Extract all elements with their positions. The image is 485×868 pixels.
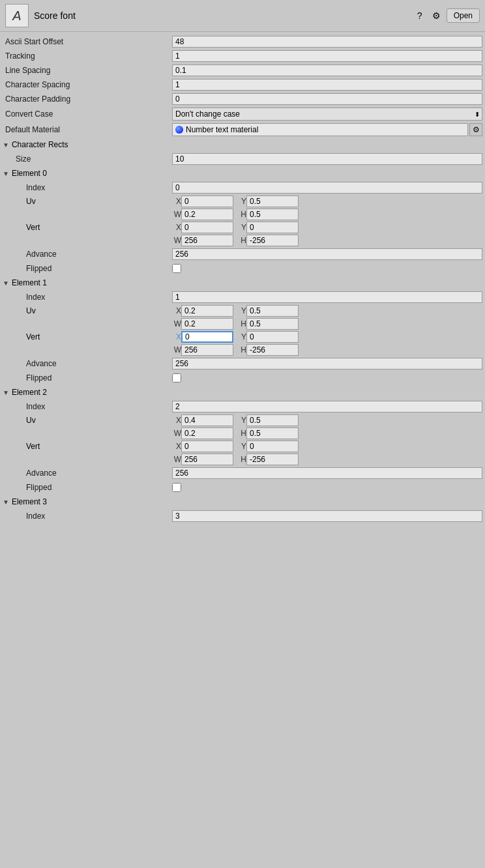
vx-label: X (172, 332, 181, 341)
character-padding-row: Character Padding (0, 92, 485, 106)
element-2-index-input[interactable] (172, 401, 482, 412)
element-0-section: ▼Element 0 Index Uv X Y W H Vert X Y W H (0, 166, 485, 276)
element-1-index-input[interactable] (172, 291, 482, 303)
element-1-uv-row2: W H (0, 317, 485, 330)
character-spacing-input[interactable] (172, 79, 482, 91)
element-2-vert-y-input[interactable] (246, 441, 299, 452)
element-1-uv-y-input[interactable] (246, 305, 299, 317)
y-label: Y (237, 416, 246, 425)
h-label: H (237, 210, 246, 219)
element-3-index-input[interactable] (172, 510, 482, 522)
character-rects-header[interactable]: ▼ Character Rects (0, 137, 485, 152)
element-2-header[interactable]: ▼Element 2 (0, 385, 485, 399)
line-spacing-input[interactable] (172, 65, 482, 76)
convert-case-row: Convert Case Don't change case Uppercase… (0, 106, 485, 122)
element-2-flipped-checkbox[interactable] (172, 483, 181, 492)
element-1-vert-h-input[interactable] (246, 344, 299, 356)
element-1-section: ▼Element 1 Index Uv X Y W H Vert X Y W H (0, 276, 485, 385)
element-1-advance-input[interactable] (172, 358, 482, 369)
default-material-label: Default Material (3, 125, 172, 134)
line-spacing-row: Line Spacing (0, 63, 485, 78)
element-2-uv-w-input[interactable] (181, 427, 233, 439)
element-2-uv-y-input[interactable] (246, 414, 299, 426)
character-padding-label: Character Padding (3, 94, 172, 104)
element-1-flipped-checkbox[interactable] (172, 373, 181, 383)
character-spacing-row: Character Spacing (0, 78, 485, 92)
ascii-start-offset-input[interactable] (172, 36, 482, 48)
size-input[interactable] (172, 153, 482, 165)
convert-case-label: Convert Case (3, 109, 172, 119)
elements-container: ▼Element 0 Index Uv X Y W H Vert X Y W H (0, 166, 485, 523)
element-0-flipped-checkbox[interactable] (172, 264, 181, 273)
element-2-advance-input[interactable] (172, 467, 482, 479)
vh-label: H (237, 455, 246, 464)
x-label: X (172, 416, 181, 425)
element-1-vert-y-input[interactable] (246, 331, 299, 343)
character-rects-label: Character Rects (12, 140, 68, 149)
vy-label: Y (237, 332, 246, 341)
element-1-uv-row1: Uv X Y (0, 304, 485, 317)
tracking-input[interactable] (172, 50, 482, 62)
element-1-vert-x-input[interactable] (181, 331, 233, 343)
element-2-uv-x-input[interactable] (181, 414, 233, 426)
open-button[interactable]: Open (447, 8, 480, 23)
element-2-vert-h-input[interactable] (246, 454, 299, 465)
element-0-advance-input[interactable] (172, 248, 482, 260)
element-0-vert-x-input[interactable] (181, 222, 233, 233)
element-0-collapse-icon: ▼ (3, 170, 9, 177)
x-label: X (172, 306, 181, 315)
element-2-vert-row2: W H (0, 453, 485, 466)
element-2-uv-row2: W H (0, 427, 485, 440)
element-1-uv-label: Uv (3, 306, 172, 315)
settings-button[interactable]: ⚙ (430, 8, 444, 23)
element-0-uv-row1: Uv X Y (0, 195, 485, 208)
window: A Score font ? ⚙ Open Ascii Start Offset… (0, 0, 485, 868)
y-label: Y (237, 197, 246, 206)
element-0-uv-y-input[interactable] (246, 195, 299, 207)
element-1-vert-w-input[interactable] (181, 344, 233, 356)
element-1-uv-h-input[interactable] (246, 318, 299, 330)
element-2-uv-h-input[interactable] (246, 427, 299, 439)
vx-label: X (172, 442, 181, 451)
element-0-vert-h-input[interactable] (246, 235, 299, 246)
element-2-index-label: Index (3, 402, 172, 411)
element-3-index-row: Index (0, 509, 485, 523)
vy-label: Y (237, 223, 246, 232)
element-2-vert-w-input[interactable] (181, 454, 233, 465)
convert-case-select[interactable]: Don't change case Uppercase Lowercase (172, 108, 482, 121)
tracking-row: Tracking (0, 49, 485, 63)
element-3-header[interactable]: ▼Element 3 (0, 495, 485, 509)
element-2-vert-x-input[interactable] (181, 441, 233, 452)
help-button[interactable]: ? (413, 8, 427, 23)
element-0-index-input[interactable] (172, 182, 482, 194)
element-2-index-row: Index (0, 399, 485, 414)
element-0-index-label: Index (3, 183, 172, 192)
element-1-uv-w-input[interactable] (181, 318, 233, 330)
material-gear-button[interactable]: ⚙ (469, 123, 482, 136)
element-2-flipped-label: Flipped (3, 483, 172, 492)
character-padding-input[interactable] (172, 93, 482, 105)
title-bar: A Score font ? ⚙ Open (0, 0, 485, 32)
element-0-vert-w-input[interactable] (181, 235, 233, 246)
element-2-vert-label: Vert (3, 442, 172, 451)
element-2-uv-label: Uv (3, 416, 172, 425)
element-3-index-label: Index (3, 512, 172, 521)
element-1-uv-x-input[interactable] (181, 305, 233, 317)
element-1-flipped-row: Flipped (0, 371, 485, 385)
vw-label: W (172, 345, 181, 354)
w-label: W (172, 429, 181, 438)
element-0-uv-x-input[interactable] (181, 195, 233, 207)
element-1-collapse-icon: ▼ (3, 280, 9, 287)
element-0-vert-y-input[interactable] (246, 222, 299, 233)
line-spacing-label: Line Spacing (3, 66, 172, 75)
element-0-vert-row2: W H (0, 234, 485, 247)
element-0-uv-h-input[interactable] (246, 209, 299, 220)
collapse-triangle-icon: ▼ (3, 141, 9, 149)
element-0-header[interactable]: ▼Element 0 (0, 166, 485, 181)
element-1-header[interactable]: ▼Element 1 (0, 276, 485, 290)
element-0-flipped-row: Flipped (0, 261, 485, 276)
tracking-label: Tracking (3, 51, 172, 61)
h-label: H (237, 319, 246, 328)
w-label: W (172, 319, 181, 328)
element-0-uv-w-input[interactable] (181, 209, 233, 220)
